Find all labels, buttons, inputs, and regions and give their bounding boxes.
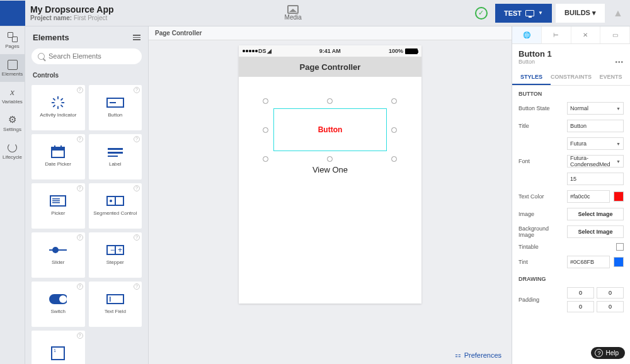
element-icon (49, 195, 67, 207)
resize-handle[interactable] (391, 156, 397, 162)
lifecycle-icon (8, 143, 18, 153)
svg-rect-7 (60, 105, 64, 108)
resize-handle[interactable] (263, 156, 268, 162)
pages-icon (8, 32, 18, 42)
help-icon[interactable]: ? (134, 87, 140, 93)
font-size-input[interactable]: 15 (567, 173, 624, 185)
help-icon[interactable]: ? (134, 136, 140, 142)
element-stepper[interactable]: ?−+Stepper (89, 232, 142, 278)
padding-input[interactable] (567, 301, 594, 312)
app-title: My Dropsource App (30, 4, 114, 14)
svg-text:1: 1 (54, 348, 56, 353)
font-style-select[interactable]: Futura-CondensedMed▼ (567, 155, 624, 168)
element-switch[interactable]: ?Switch (32, 282, 85, 327)
project-name: First Project (74, 14, 107, 21)
monitor-tab[interactable]: ▭ (600, 26, 630, 43)
tint-swatch[interactable] (614, 257, 624, 267)
help-icon[interactable]: ? (77, 136, 83, 142)
font-family-select[interactable]: Futura▼ (567, 137, 624, 150)
warning-icon[interactable]: ▲ (609, 4, 627, 23)
tint-input[interactable]: #0C68FB (567, 256, 610, 268)
svg-point-31 (59, 295, 67, 303)
search-input[interactable] (32, 48, 142, 64)
element-label[interactable]: ?Label (89, 134, 142, 179)
svg-point-23 (110, 200, 112, 202)
battery-icon (405, 48, 418, 54)
element-card[interactable]: ?1 (32, 331, 85, 364)
rail-elements[interactable]: Elements (0, 54, 25, 82)
svg-rect-9 (110, 102, 116, 103)
element-activity-indicator[interactable]: ?Activity Indicator (32, 85, 85, 130)
resize-handle[interactable] (391, 127, 397, 133)
gear-icon: ⚙ (8, 115, 18, 125)
image-select-button[interactable]: Select Image (567, 208, 624, 220)
padding-input[interactable] (567, 287, 594, 299)
svg-rect-22 (115, 196, 116, 205)
element-icon (49, 145, 67, 158)
element-segmented-control[interactable]: ?Segmented Control (89, 183, 142, 229)
panel-title: Elements (33, 33, 69, 42)
help-icon[interactable]: ? (77, 87, 83, 93)
svg-rect-16 (108, 156, 118, 157)
tab-events[interactable]: EVENTS (592, 70, 630, 85)
tab-constraints[interactable]: CONSTRAINTS (551, 70, 592, 85)
help-icon[interactable]: ? (77, 283, 83, 290)
rail-lifecycle[interactable]: Lifecycle (0, 137, 25, 165)
variables-icon: x (8, 88, 18, 98)
svg-rect-6 (53, 105, 56, 108)
media-tab[interactable]: Media (119, 5, 467, 21)
resize-handle[interactable] (263, 127, 268, 133)
padding-input[interactable] (597, 301, 624, 312)
builds-button[interactable]: BUILDS ▾ (556, 4, 605, 23)
resize-handle[interactable] (391, 98, 397, 104)
rail-variables[interactable]: xVariables (0, 82, 25, 110)
svg-rect-0 (57, 96, 59, 100)
svg-rect-3 (62, 102, 65, 103)
canvas-title: Page Controller (149, 26, 512, 40)
element-icon (106, 293, 124, 305)
resize-handle[interactable] (327, 156, 333, 162)
help-icon[interactable]: ? (134, 283, 140, 290)
selected-button[interactable]: Button (273, 108, 387, 151)
element-button[interactable]: ?Button (89, 85, 142, 130)
svg-rect-13 (60, 145, 62, 148)
globe-tab[interactable]: 🌐 (512, 26, 542, 43)
svg-rect-11 (52, 147, 64, 151)
rail-pages[interactable]: Pages (0, 26, 25, 54)
tintable-checkbox[interactable] (616, 243, 624, 251)
tree-tab[interactable]: ⊢ (542, 26, 571, 43)
help-icon[interactable]: ? (77, 234, 83, 241)
help-icon[interactable]: ? (134, 185, 140, 191)
more-icon[interactable]: ••• (615, 59, 624, 65)
menu-icon[interactable] (133, 35, 140, 40)
element-slider[interactable]: ?Slider (32, 232, 85, 278)
shuffle-tab[interactable]: ✕ (571, 26, 601, 43)
bgimage-select-button[interactable]: Select Image (567, 225, 624, 238)
help-icon[interactable]: ? (134, 234, 140, 241)
resize-handle[interactable] (327, 98, 333, 104)
device-preview[interactable]: DS ◢ 9:41 AM 100% Page Controller Button… (239, 45, 421, 304)
view-label: View One (239, 165, 421, 174)
element-date-picker[interactable]: ?Date Picker (32, 134, 85, 179)
elements-icon (8, 60, 18, 70)
element-text-field[interactable]: ?Text Field (89, 282, 142, 327)
element-icon (49, 244, 67, 256)
help-button[interactable]: ?Help (591, 347, 625, 359)
svg-rect-2 (52, 102, 55, 103)
app-logo (0, 1, 25, 26)
resize-handle[interactable] (263, 98, 268, 104)
title-input[interactable]: Button (567, 120, 624, 132)
help-icon[interactable]: ? (77, 185, 83, 191)
element-icon (106, 96, 124, 109)
tab-styles[interactable]: STYLES (512, 70, 551, 85)
element-picker[interactable]: ?Picker (32, 183, 85, 229)
preferences-link[interactable]: ⚏Preferences (455, 351, 501, 359)
textcolor-swatch[interactable] (614, 191, 624, 202)
padding-input[interactable] (597, 287, 624, 299)
button-state-select[interactable]: Normal▼ (567, 102, 624, 115)
test-button[interactable]: TEST▼ (495, 4, 552, 23)
textcolor-input[interactable]: #fa0c0c (567, 190, 610, 203)
search-icon (38, 53, 45, 60)
rail-settings[interactable]: ⚙Settings (0, 110, 25, 137)
svg-rect-32 (107, 295, 123, 304)
